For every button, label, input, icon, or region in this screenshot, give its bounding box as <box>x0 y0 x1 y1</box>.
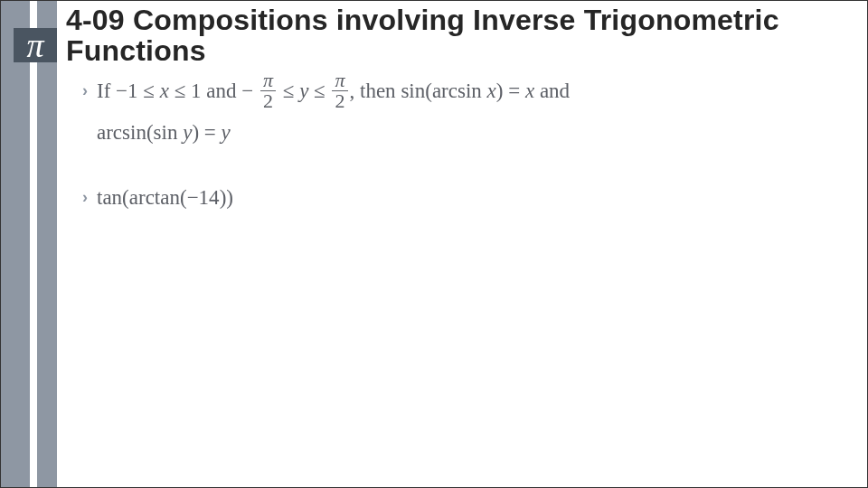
pi-icon: π <box>14 28 57 62</box>
chevron-icon: › <box>82 182 88 212</box>
func-sin: sin <box>401 80 425 102</box>
func-arctan: arctan <box>129 186 180 209</box>
text: and <box>540 80 570 102</box>
var-x: x <box>525 80 534 102</box>
var-x: x <box>160 80 169 102</box>
text: ≤ <box>283 80 295 102</box>
text: ≤ <box>314 80 326 102</box>
bullet-item: › tan(arctan(−14)) <box>82 178 851 218</box>
value: −14 <box>187 186 220 209</box>
func-arcsin: arcsin <box>432 80 482 102</box>
var-y: y <box>299 80 308 102</box>
fraction: π 2 <box>332 70 347 111</box>
var-x: x <box>487 80 496 102</box>
content-area: › If −1 ≤ x ≤ 1 and − π 2 ≤ y <box>82 71 851 243</box>
text: − <box>241 80 253 102</box>
text: 1 <box>191 80 202 102</box>
text: , then <box>350 80 396 102</box>
text: ≤ <box>143 80 155 102</box>
fraction: π 2 <box>260 70 276 111</box>
text: −1 <box>116 80 137 102</box>
numerator: π <box>332 70 347 90</box>
page-title: 4-09 Compositions involving Inverse Trig… <box>66 5 844 66</box>
left-rail <box>1 1 30 488</box>
text: = <box>508 80 520 102</box>
denominator: 2 <box>332 90 347 111</box>
var-y: y <box>222 121 231 144</box>
text: = <box>204 121 216 144</box>
text: and <box>206 80 236 102</box>
func-arcsin: arcsin <box>97 121 146 144</box>
bullet-item: › If −1 ≤ x ≤ 1 and − π 2 ≤ y <box>82 71 851 153</box>
var-y: y <box>183 121 192 144</box>
numerator: π <box>260 70 276 90</box>
chevron-icon: › <box>82 75 88 106</box>
func-sin: sin <box>154 121 178 144</box>
math-expression: If −1 ≤ x ≤ 1 and − π 2 ≤ y ≤ <box>97 71 570 153</box>
denominator: 2 <box>260 90 276 111</box>
inner-rail <box>37 1 57 488</box>
text: If <box>97 80 110 102</box>
math-expression: tan(arctan(−14)) <box>97 178 233 218</box>
text: ≤ <box>175 80 186 102</box>
func-tan: tan <box>97 186 122 209</box>
